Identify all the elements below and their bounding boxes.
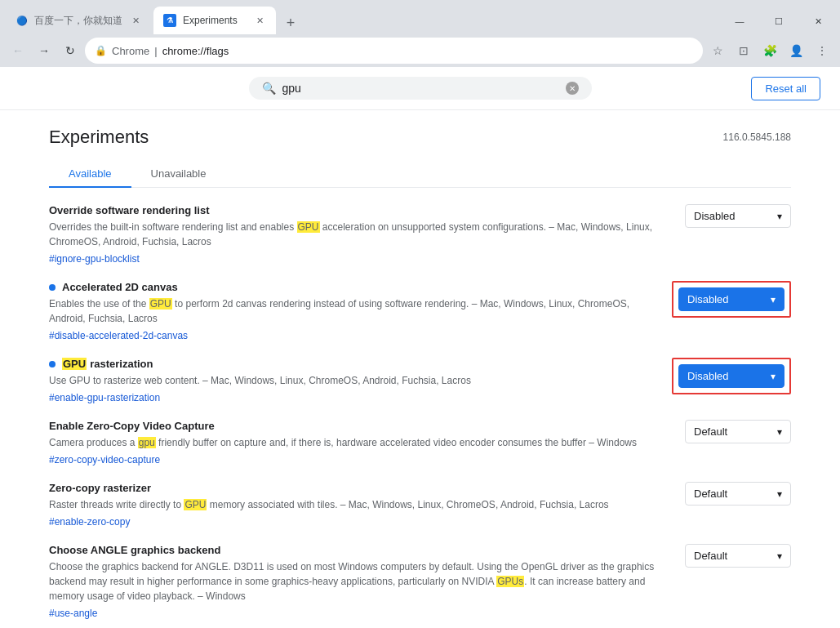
experiment-link-2[interactable]: #disable-accelerated-2d-canvas	[49, 330, 188, 341]
experiment-link-3[interactable]: #enable-gpu-rasterization	[49, 392, 160, 403]
tab-experiments[interactable]: ⚗ Experiments ✕	[153, 7, 276, 34]
experiment-link-6[interactable]: #use-angle	[49, 608, 97, 619]
tab-unavailable[interactable]: Unavailable	[131, 161, 226, 188]
tab-favicon-baidu: 🔵	[16, 16, 28, 26]
dropdown-container-5: Default ▾	[685, 482, 791, 506]
dropdown-container-3: Disabled ▾	[672, 358, 791, 394]
back-button[interactable]: ←	[7, 39, 29, 62]
experiment-info-2: Accelerated 2D canvas Enables the use of…	[49, 281, 659, 341]
blue-dot-3	[49, 361, 56, 367]
experiment-row-3: GPU rasterization Use GPU to rasterize w…	[49, 358, 791, 403]
experiment-row-1: Override software rendering list Overrid…	[49, 204, 791, 265]
page-header: Experiments 116.0.5845.188	[49, 127, 791, 148]
tab-baidu[interactable]: 🔵 百度一下，你就知道 ✕	[7, 7, 152, 34]
experiment-name-1: Override software rendering list	[49, 204, 672, 216]
experiment-name-2: Accelerated 2D canvas	[49, 281, 659, 293]
search-container: 🔍 ✕	[249, 77, 592, 100]
version-label: 116.0.5845.188	[723, 131, 791, 143]
experiment-link-4[interactable]: #zero-copy-video-capture	[49, 454, 160, 465]
page-content: 🔍 ✕ Reset all Experiments 116.0.5845.188…	[0, 67, 840, 628]
experiment-desc-5: Raster threads write directly to GPU mem…	[49, 497, 672, 512]
search-input[interactable]	[282, 82, 559, 95]
clear-search-icon[interactable]: ✕	[566, 82, 579, 95]
highlight-gpu-5: GPU	[184, 499, 207, 510]
menu-icon[interactable]: ⋮	[811, 39, 833, 62]
account-icon[interactable]: 👤	[784, 39, 807, 62]
experiment-title-2: Accelerated 2D canvas	[62, 281, 178, 293]
experiment-info-5: Zero-copy rasterizer Raster threads writ…	[49, 482, 672, 528]
extensions-icon[interactable]: 🧩	[758, 39, 781, 62]
forward-button[interactable]: →	[33, 39, 56, 62]
bookmark-icon[interactable]: ☆	[706, 39, 729, 62]
close-button[interactable]: ✕	[799, 8, 837, 34]
highlight-gpu-2: GPU	[149, 298, 172, 310]
minimize-button[interactable]: —	[721, 8, 758, 34]
maximize-button[interactable]: ☐	[760, 8, 798, 34]
highlight-gpu-1: GPU	[297, 221, 320, 233]
tab-favicon-experiments: ⚗	[163, 14, 176, 27]
experiment-info-3: GPU rasterization Use GPU to rasterize w…	[49, 358, 659, 403]
experiment-link-1[interactable]: #ignore-gpu-blocklist	[49, 253, 140, 265]
tab-close-baidu[interactable]: ✕	[129, 14, 142, 27]
experiment-title-1: Override software rendering list	[49, 204, 210, 216]
split-screen-icon[interactable]: ⊡	[732, 39, 755, 62]
reload-button[interactable]: ↻	[59, 39, 82, 62]
tab-label-baidu: 百度一下，你就知道	[34, 14, 122, 28]
experiment-info-1: Override software rendering list Overrid…	[49, 204, 672, 265]
dropdown-value-5: Default	[694, 488, 727, 500]
dropdown-value-3: Disabled	[687, 370, 729, 382]
experiment-info-6: Choose ANGLE graphics backend Choose the…	[49, 544, 672, 619]
url-prefix: Chrome	[112, 45, 149, 57]
experiment-info-4: Enable Zero-Copy Video Capture Camera pr…	[49, 420, 672, 465]
tab-available[interactable]: Available	[49, 161, 131, 188]
address-bar: ← → ↻ 🔒 Chrome | chrome://flags ☆ ⊡ 🧩 👤 …	[0, 34, 840, 67]
experiment-name-6: Choose ANGLE graphics backend	[49, 544, 672, 556]
dropdown-3[interactable]: Disabled ▾	[678, 364, 784, 388]
experiment-desc-1: Overrides the built-in software renderin…	[49, 220, 672, 249]
dropdown-value-6: Default	[694, 550, 727, 562]
url-separator: |	[154, 45, 157, 57]
dropdown-2[interactable]: Disabled ▾	[678, 287, 784, 311]
experiment-override-software-rendering: Override software rendering list Overrid…	[49, 204, 791, 265]
experiment-gpu-rasterization: GPU rasterization Use GPU to rasterize w…	[49, 358, 791, 403]
experiment-zero-copy-rasterizer: Zero-copy rasterizer Raster threads writ…	[49, 482, 791, 528]
dropdown-arrow-5: ▾	[777, 488, 782, 500]
dropdown-container-4: Default ▾	[685, 420, 791, 443]
tab-label-experiments: Experiments	[183, 15, 238, 26]
reset-all-button[interactable]: Reset all	[751, 77, 820, 100]
experiment-zero-copy-video: Enable Zero-Copy Video Capture Camera pr…	[49, 420, 791, 465]
experiment-link-5[interactable]: #enable-zero-copy	[49, 516, 130, 528]
experiment-name-5: Zero-copy rasterizer	[49, 482, 672, 494]
dropdown-5[interactable]: Default ▾	[685, 482, 791, 506]
experiment-row-2: Accelerated 2D canvas Enables the use of…	[49, 281, 791, 341]
experiment-row-5: Zero-copy rasterizer Raster threads writ…	[49, 482, 791, 528]
url-display[interactable]: chrome://flags	[162, 45, 229, 57]
dropdown-arrow-4: ▾	[777, 426, 782, 438]
dropdown-value-2: Disabled	[687, 293, 729, 305]
dropdown-6[interactable]: Default ▾	[685, 544, 791, 568]
dropdown-container-1: Disabled ▾	[685, 204, 791, 228]
dropdown-arrow-2: ▾	[771, 294, 776, 305]
dropdown-arrow-3: ▾	[771, 371, 776, 382]
dropdown-arrow-1: ▾	[777, 211, 782, 222]
dropdown-value-4: Default	[694, 425, 727, 438]
highlight-gpu-4: gpu	[138, 437, 156, 448]
window-controls: — ☐ ✕	[721, 8, 840, 34]
lock-icon: 🔒	[95, 45, 107, 56]
dropdown-1[interactable]: Disabled ▾	[685, 204, 791, 228]
browser-chrome: 🔵 百度一下，你就知道 ✕ ⚗ Experiments ✕ + — ☐ ✕ ← …	[0, 0, 840, 628]
dropdown-value-1: Disabled	[694, 210, 736, 222]
experiment-desc-2: Enables the use of the GPU to perform 2d…	[49, 296, 659, 326]
main-content: Experiments 116.0.5845.188 Available Una…	[0, 110, 840, 628]
new-tab-button[interactable]: +	[279, 11, 302, 34]
experiment-row-4: Enable Zero-Copy Video Capture Camera pr…	[49, 420, 791, 465]
dropdown-4[interactable]: Default ▾	[685, 420, 791, 443]
highlight-gpu-name-3: GPU	[62, 358, 87, 370]
experiment-title-6: Choose ANGLE graphics backend	[49, 544, 220, 556]
experiment-accelerated-2d-canvas: Accelerated 2D canvas Enables the use of…	[49, 281, 791, 341]
experiment-title-3: rasterization	[90, 358, 153, 370]
experiment-angle-backend: Choose ANGLE graphics backend Choose the…	[49, 544, 791, 619]
dropdown-container-2: Disabled ▾	[672, 281, 791, 318]
tab-close-experiments[interactable]: ✕	[253, 14, 266, 27]
search-icon: 🔍	[262, 82, 276, 95]
